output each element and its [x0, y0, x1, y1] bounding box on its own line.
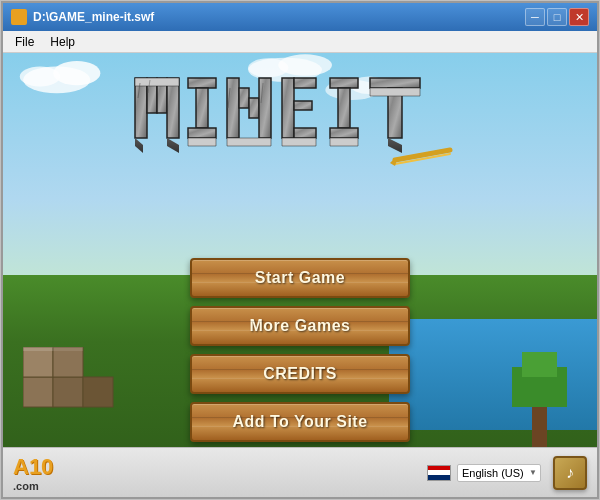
svg-rect-17: [522, 352, 557, 377]
svg-marker-45: [370, 88, 420, 96]
svg-rect-36: [294, 101, 312, 110]
svg-rect-8: [23, 377, 53, 407]
add-to-site-button[interactable]: Add To Your Site: [190, 402, 410, 442]
svg-rect-30: [239, 88, 249, 108]
svg-marker-33: [227, 138, 271, 146]
maximize-button[interactable]: □: [547, 8, 567, 26]
minimize-button[interactable]: ─: [525, 8, 545, 26]
svg-rect-29: [227, 78, 239, 138]
svg-rect-9: [53, 377, 83, 407]
more-games-button[interactable]: More Games: [190, 306, 410, 346]
close-button[interactable]: ✕: [569, 8, 589, 26]
window-controls: ─ □ ✕: [525, 8, 589, 26]
a10-logo-text: A10: [13, 454, 53, 480]
a10-brand: A10 .com: [13, 454, 53, 492]
svg-marker-38: [282, 138, 316, 146]
bottom-bar: A10 .com English (US) ▼ ♪: [3, 447, 597, 497]
svg-rect-34: [282, 78, 294, 138]
music-button[interactable]: ♪: [553, 456, 587, 490]
svg-rect-32: [259, 78, 271, 138]
language-select[interactable]: English (US): [457, 464, 541, 482]
menu-help[interactable]: Help: [42, 33, 83, 51]
music-icon: ♪: [566, 464, 574, 482]
language-dropdown-wrapper: English (US) ▼: [457, 464, 541, 482]
start-game-label: Start Game: [255, 269, 345, 287]
svg-rect-10: [23, 347, 53, 377]
svg-rect-21: [167, 78, 179, 138]
svg-rect-12: [83, 377, 113, 407]
svg-rect-35: [294, 78, 316, 88]
svg-point-1: [53, 61, 100, 85]
svg-rect-13: [23, 347, 53, 351]
svg-rect-39: [330, 78, 358, 88]
svg-marker-42: [330, 138, 358, 146]
svg-rect-18: [135, 78, 147, 138]
svg-rect-31: [249, 98, 259, 118]
language-selector: English (US) ▼: [427, 464, 541, 482]
svg-rect-25: [188, 78, 216, 88]
flag-icon: [427, 465, 451, 481]
svg-marker-24: [135, 78, 179, 86]
more-games-label: More Games: [249, 317, 350, 335]
svg-rect-26: [196, 88, 208, 128]
main-window: D:\GAME_mine-it.swf ─ □ ✕ File Help: [1, 1, 599, 499]
credits-label: CREDITS: [263, 365, 337, 383]
svg-rect-40: [338, 88, 350, 128]
svg-rect-41: [330, 128, 358, 138]
svg-rect-14: [53, 347, 83, 351]
svg-rect-11: [53, 347, 83, 377]
buttons-area: Start Game More Games CREDITS Add To You…: [190, 258, 410, 442]
svg-marker-46: [388, 138, 402, 153]
game-area: Start Game More Games CREDITS Add To You…: [3, 53, 597, 497]
start-game-button[interactable]: Start Game: [190, 258, 410, 298]
window-icon: [11, 9, 27, 25]
svg-point-2: [20, 66, 60, 86]
menu-file[interactable]: File: [7, 33, 42, 51]
credits-button[interactable]: CREDITS: [190, 354, 410, 394]
svg-rect-43: [370, 78, 420, 88]
svg-marker-28: [188, 138, 216, 146]
svg-rect-27: [188, 128, 216, 138]
menu-bar: File Help: [3, 31, 597, 53]
svg-rect-37: [294, 128, 316, 138]
add-to-site-label: Add To Your Site: [232, 413, 367, 431]
a10-com-text: .com: [13, 480, 39, 492]
title-bar: D:\GAME_mine-it.swf ─ □ ✕: [3, 3, 597, 31]
window-title: D:\GAME_mine-it.swf: [33, 10, 519, 24]
game-logo: [130, 68, 470, 192]
svg-marker-22: [135, 138, 143, 153]
svg-marker-23: [167, 138, 179, 153]
flag-blue: [428, 475, 450, 480]
